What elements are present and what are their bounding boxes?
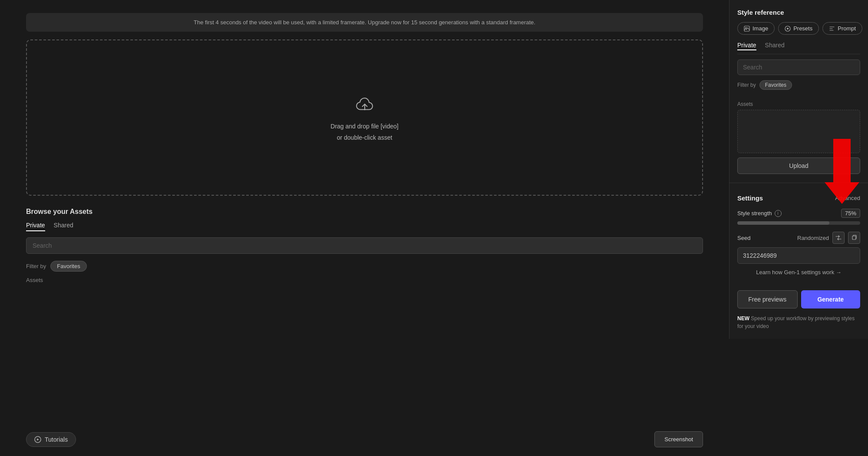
settings-header: Settings Advanced xyxy=(737,194,860,202)
new-info-text: Speed up your workflow by previewing sty… xyxy=(737,315,855,329)
assets-label: Assets xyxy=(26,277,703,283)
screenshot-button[interactable]: Screenshot xyxy=(654,431,703,447)
tab-private[interactable]: Private xyxy=(26,222,45,231)
generate-button[interactable]: Generate xyxy=(801,290,861,308)
svg-point-3 xyxy=(746,27,747,28)
drop-zone-line2: or double-click asset xyxy=(337,134,393,141)
panel-filter-row: Filter by Favorites xyxy=(737,80,860,90)
free-previews-label: Free previews xyxy=(748,296,786,303)
style-tab-prompt-label: Prompt xyxy=(838,25,856,32)
style-tab-image-label: Image xyxy=(752,25,768,32)
filter-row: Filter by Favorites xyxy=(26,261,703,272)
randomize-icon-btn[interactable] xyxy=(832,232,845,244)
upload-button[interactable]: Upload xyxy=(737,157,860,174)
bottom-bar: Tutorials Screenshot xyxy=(26,431,703,447)
upload-button-label: Upload xyxy=(789,162,808,169)
settings-section: Settings Advanced Style strength i 75% S… xyxy=(729,187,868,284)
private-shared-tabs: Private Shared xyxy=(737,42,860,54)
copy-seed-btn[interactable] xyxy=(848,232,860,244)
screenshot-label: Screenshot xyxy=(664,436,693,443)
svg-rect-6 xyxy=(852,236,856,239)
assets-section: Browse your Assets Private Shared Filter… xyxy=(26,208,703,286)
panel-filter-badge[interactable]: Favorites xyxy=(759,80,792,90)
style-tabs: Image Presets Prompt xyxy=(737,22,860,35)
assets-heading: Browse your Assets xyxy=(26,208,703,216)
style-tab-presets[interactable]: Presets xyxy=(778,22,819,35)
new-info: NEW Speed up your workflow by previewing… xyxy=(729,315,868,330)
upload-cloud-icon xyxy=(353,95,376,118)
filter-label: Filter by xyxy=(26,263,46,269)
seed-input[interactable] xyxy=(737,247,860,264)
drop-zone[interactable]: Drag and drop file [video] or double-cli… xyxy=(26,39,703,196)
drop-zone-line1: Drag and drop file [video] xyxy=(330,123,398,130)
settings-title: Settings xyxy=(737,194,763,202)
assets-search-input[interactable] xyxy=(26,237,703,254)
panel-filter-label: Filter by xyxy=(737,82,756,88)
style-strength-info-icon[interactable]: i xyxy=(775,210,782,217)
style-strength-value: 75% xyxy=(841,209,860,218)
upgrade-banner-text: The first 4 seconds of the video will be… xyxy=(194,19,535,26)
tab-shared[interactable]: Shared xyxy=(54,222,73,231)
prompt-icon xyxy=(829,26,835,32)
filter-badge[interactable]: Favorites xyxy=(50,261,86,272)
presets-icon xyxy=(785,26,791,32)
ps-tab-private[interactable]: Private xyxy=(737,42,756,50)
panel-upload-area[interactable] xyxy=(737,110,860,153)
style-strength-slider[interactable] xyxy=(737,221,860,225)
tutorials-label: Tutorials xyxy=(45,436,68,443)
tutorials-button[interactable]: Tutorials xyxy=(26,432,76,447)
style-strength-row: Style strength i 75% xyxy=(737,209,860,218)
panel-search-input[interactable] xyxy=(737,59,860,75)
style-reference-title: Style reference xyxy=(737,9,860,16)
generate-label: Generate xyxy=(817,296,844,303)
main-area: The first 4 seconds of the video will be… xyxy=(0,0,729,456)
panel-assets-label: Assets xyxy=(729,101,868,107)
image-icon xyxy=(744,26,750,32)
randomize-icon xyxy=(835,235,842,241)
randomized-label: Randomized xyxy=(797,235,829,241)
assets-tabs: Private Shared xyxy=(26,222,703,231)
ps-tab-shared[interactable]: Shared xyxy=(765,42,785,50)
tutorials-icon xyxy=(34,436,41,443)
slider-fill xyxy=(737,221,829,225)
learn-link[interactable]: Learn how Gen-1 settings work → xyxy=(737,269,860,276)
style-tab-image[interactable]: Image xyxy=(737,22,775,35)
style-reference-section: Style reference Image Presets xyxy=(729,0,868,101)
divider xyxy=(729,183,868,183)
seed-right: Randomized xyxy=(797,232,860,244)
seed-row: Seed Randomized xyxy=(737,232,860,244)
style-tab-presets-label: Presets xyxy=(793,25,812,32)
right-panel: Style reference Image Presets xyxy=(729,0,868,339)
style-tab-prompt[interactable]: Prompt xyxy=(822,22,862,35)
copy-icon xyxy=(851,235,857,241)
seed-label: Seed xyxy=(737,235,750,241)
upgrade-banner: The first 4 seconds of the video will be… xyxy=(26,13,703,32)
svg-point-5 xyxy=(787,28,789,30)
action-buttons: Free previews Generate xyxy=(729,284,868,315)
style-strength-label: Style strength i xyxy=(737,210,782,217)
free-previews-button[interactable]: Free previews xyxy=(737,290,798,308)
advanced-button[interactable]: Advanced xyxy=(835,195,860,201)
new-badge: NEW xyxy=(737,315,749,321)
